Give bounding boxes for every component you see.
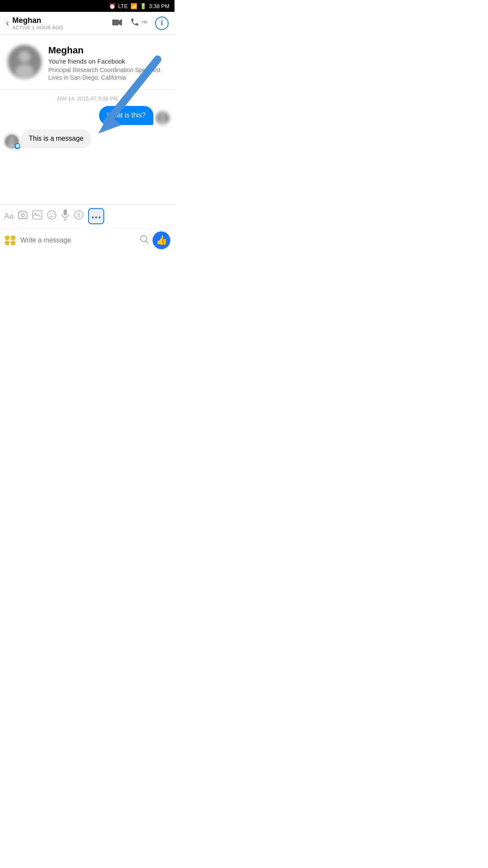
message-row: What is this? <box>5 106 169 125</box>
aa-font-button[interactable]: Aa <box>4 212 14 221</box>
info-button[interactable]: i <box>155 17 169 30</box>
emoji-button[interactable] <box>47 210 57 223</box>
outgoing-bubble: What is this? <box>99 106 153 125</box>
svg-point-17 <box>53 214 53 214</box>
outgoing-message-container: What is this? <box>5 106 169 125</box>
back-button[interactable]: ‹ <box>6 18 9 29</box>
message-timestamp: JAN 14, 2015 AT 3:08 PM <box>0 90 175 106</box>
friends-text: You're friends on Facebook <box>48 58 167 65</box>
svg-point-25 <box>99 217 101 219</box>
svg-marker-1 <box>119 19 122 26</box>
thumbs-up-button[interactable]: 👍 <box>152 231 170 249</box>
message-input[interactable] <box>20 236 136 244</box>
svg-point-24 <box>95 217 97 219</box>
incoming-bubble: This is a message <box>21 129 91 148</box>
status-bar: ⏰ LTE 📶 🔋 3:38 PM <box>0 0 175 12</box>
more-button[interactable] <box>88 208 104 224</box>
svg-text:🙂🙂: 🙂🙂 <box>4 235 16 241</box>
profile-name: Meghan <box>48 45 167 56</box>
location-text: Lives in San Diego, California <box>48 74 167 81</box>
active-status: ACTIVE 1 HOUR AGO <box>12 25 112 30</box>
svg-point-15 <box>47 211 56 219</box>
signal-icon: 📶 <box>130 3 137 9</box>
image-button[interactable] <box>32 210 42 222</box>
time-display: 3:38 PM <box>149 3 169 9</box>
svg-line-29 <box>146 241 148 243</box>
svg-point-16 <box>50 214 51 214</box>
svg-point-6 <box>160 114 165 119</box>
chat-area: Meghan You're friends on Facebook Princi… <box>0 35 175 204</box>
payment-button[interactable]: $ <box>74 210 84 223</box>
message-row: This is a message <box>5 129 169 148</box>
input-toolbar: Aa $ <box>0 204 175 228</box>
svg-rect-18 <box>64 209 67 215</box>
outgoing-avatar <box>156 111 169 125</box>
svg-text:🙂🙂: 🙂🙂 <box>4 240 16 245</box>
header-actions: HD i <box>112 17 169 30</box>
job-title: Principal Research Coordination Speciali… <box>48 67 167 73</box>
header-title-area: Meghan ACTIVE 1 HOUR AGO <box>12 16 112 30</box>
incoming-avatar-container <box>5 135 19 148</box>
alarm-icon: ⏰ <box>109 3 116 9</box>
profile-section: Meghan You're friends on Facebook Princi… <box>0 35 175 90</box>
svg-text:$: $ <box>78 212 80 218</box>
lte-label: LTE <box>118 3 128 9</box>
svg-point-3 <box>19 51 30 63</box>
contact-name: Meghan <box>12 16 112 25</box>
video-call-button[interactable] <box>112 18 122 29</box>
search-button[interactable] <box>140 235 149 246</box>
profile-avatar <box>8 45 42 79</box>
svg-point-23 <box>92 217 94 219</box>
emoji-selector-icon[interactable]: 🙂🙂 🙂🙂 <box>4 234 17 248</box>
messages-area: What is this? <box>0 106 175 148</box>
svg-point-9 <box>9 137 14 142</box>
phone-call-button[interactable]: HD <box>130 17 147 29</box>
svg-rect-0 <box>112 19 119 25</box>
bottom-input-bar: 🙂🙂 🙂🙂 👍 <box>0 228 175 253</box>
svg-point-4 <box>15 64 34 78</box>
battery-icon: 🔋 <box>140 3 147 9</box>
mic-button[interactable] <box>61 209 69 223</box>
profile-info: Meghan You're friends on Facebook Princi… <box>48 45 167 81</box>
messenger-badge <box>14 143 20 149</box>
camera-button[interactable] <box>18 210 28 222</box>
chat-header: ‹ Meghan ACTIVE 1 HOUR AGO HD i <box>0 12 175 35</box>
